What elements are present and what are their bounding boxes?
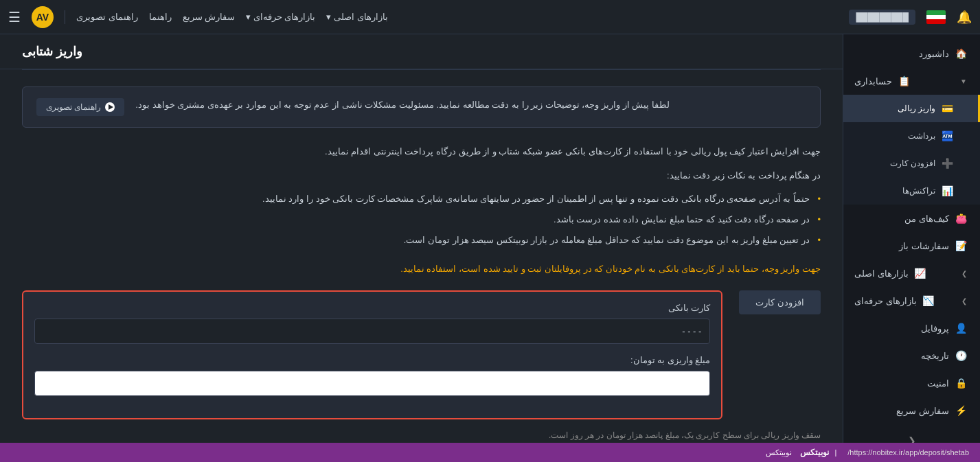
navbar-right-section: 🔔 █████████: [849, 10, 972, 25]
sidebar-submenu-accounting: 💳 واریز ریالی 🏧 برداشت ➕ افزودن کارت 📊: [843, 95, 980, 205]
sidebar-item-add-card-inner: ➕ افزودن کارت: [890, 158, 953, 169]
user-avatar[interactable]: AV: [32, 6, 54, 28]
navbar-left-section: بازارهای اصلی ▾ بازارهای حرفه‌ای ▾ سفارش…: [8, 6, 388, 28]
accounting-icon: 📋: [898, 76, 910, 86]
sidebar-label-pro-markets: بازارهای حرفه‌ای: [854, 296, 917, 306]
promo-logo: نوبیتکس: [800, 448, 829, 457]
amount-label: مبلغ واریزی به تومان:: [34, 355, 710, 365]
chevron-down-icon: ▼: [960, 78, 967, 85]
sidebar-item-history-inner: 🕐 تاریخچه: [921, 350, 967, 361]
alert-box: لطفا پیش از واریز وجه، توضیحات زیر را به…: [22, 86, 821, 128]
nav-video-guide[interactable]: راهنمای تصویری: [76, 12, 138, 22]
sidebar-item-security[interactable]: 🔒 امنیت: [843, 369, 980, 397]
sidebar-item-rial-deposit[interactable]: 💳 واریز ریالی: [843, 95, 980, 122]
video-guide-label: راهنمای تصویری: [46, 102, 101, 112]
sidebar-item-withdrawal[interactable]: 🏧 برداشت: [843, 122, 980, 150]
sidebar-item-open-orders-inner: 📝 سفارشات باز: [899, 240, 967, 251]
sidebar-label-add-card: افزودن کارت: [890, 159, 935, 168]
sidebar-item-rial-deposit-inner: 💳 واریز ریالی: [898, 103, 953, 114]
collapse-icon: ❮: [908, 435, 916, 443]
bank-card-select-wrapper: - - - -: [34, 319, 710, 344]
sidebar-label-wallets: کیف‌های من: [904, 213, 949, 224]
sidebar-label-quick-order: سفارش سریع: [896, 406, 949, 416]
wallets-icon: 👛: [955, 213, 967, 224]
info-sub-title: در هنگام پرداخت به نکات زیر دقت نمایید:: [22, 170, 821, 181]
notification-bell-icon[interactable]: 🔔: [957, 10, 972, 25]
content-body: لطفا پیش از واریز وجه، توضیحات زیر را به…: [0, 70, 843, 443]
add-card-icon: ➕: [941, 158, 953, 169]
sidebar-item-profile[interactable]: 👤 پروفایل: [843, 314, 980, 342]
form-section: افزودن کارت کارت بانکی - - - - مبلغ واری…: [22, 290, 821, 419]
sidebar-item-history[interactable]: 🕐 تاریخچه: [843, 342, 980, 369]
language-flag[interactable]: [926, 10, 946, 24]
nav-main-markets[interactable]: بازارهای اصلی ▾: [326, 12, 387, 22]
sidebar-item-accounting[interactable]: ▼ 📋 حسابداری: [843, 67, 980, 95]
promo-text: |: [834, 448, 836, 457]
nav-quick-order[interactable]: سفارش سریع: [183, 12, 236, 22]
sidebar-item-accounting-inner: 📋 حسابداری: [854, 76, 910, 86]
promo-bar: https://nobitex.ir/app/deposit/shetab/ |…: [0, 443, 980, 462]
sidebar-label-security: امنیت: [927, 378, 949, 389]
sidebar-item-wallets-inner: 👛 کیف‌های من: [904, 213, 967, 224]
quick-order-icon: ⚡: [955, 405, 967, 416]
amount-group: مبلغ واریزی به تومان:: [34, 355, 710, 396]
sidebar-label-main-markets: بازارهای اصلی: [854, 268, 909, 279]
sidebar-item-transactions[interactable]: 📊 تراکنش‌ها: [843, 177, 980, 205]
sidebar-label-transactions: تراکنش‌ها: [902, 186, 935, 196]
alert-text: لطفا پیش از واریز وجه، توضیحات زیر را به…: [135, 98, 670, 113]
chevron-right-icon: ❯: [961, 270, 967, 277]
nav-separator: [65, 10, 65, 24]
page-header: واریز شتابی: [0, 34, 843, 69]
bank-card-select[interactable]: - - - -: [34, 319, 710, 344]
hamburger-menu-icon[interactable]: ☰: [8, 9, 21, 25]
sidebar-item-pro-markets-inner: 📉 بازارهای حرفه‌ای: [854, 295, 935, 306]
sidebar-item-dashboard-inner: 🏠 داشبورد: [919, 48, 967, 59]
dashboard-icon: 🏠: [955, 48, 967, 59]
page-title: واریز شتابی: [22, 44, 82, 59]
warning-text: جهت واریز وجه، حتما باید از کارت‌های بان…: [22, 262, 821, 277]
nav-pro-markets[interactable]: بازارهای حرفه‌ای ▾: [246, 12, 315, 22]
rial-deposit-icon: 💳: [941, 103, 953, 114]
bullet-list: حتماً به آدرس صفحه‌ی درگاه بانکی دقت نمو…: [22, 189, 821, 251]
sidebar-item-quick-order[interactable]: ⚡ سفارش سریع: [843, 397, 980, 424]
chevron-right-icon-2: ❯: [961, 297, 967, 305]
pro-markets-icon: 📉: [922, 295, 935, 306]
sidebar-item-main-markets[interactable]: ❯ 📈 بازارهای اصلی: [843, 259, 980, 287]
limit-text: سقف واریز ریالی برای سطح کاربری یک، مبلغ…: [22, 430, 821, 440]
add-card-button[interactable]: افزودن کارت: [739, 290, 821, 314]
withdrawal-icon: 🏧: [941, 130, 953, 141]
video-guide-button[interactable]: راهنمای تصویری: [36, 98, 124, 116]
nav-guide[interactable]: راهنما: [149, 12, 172, 22]
profile-icon: 👤: [955, 323, 967, 334]
play-triangle-icon: [109, 104, 113, 110]
sidebar-label-rial-deposit: واریز ریالی: [898, 104, 935, 113]
sidebar-item-dashboard[interactable]: 🏠 داشبورد: [843, 40, 980, 67]
bullet-item-3: در تعیین مبلغ واریز به این موضوع دقت نما…: [22, 230, 821, 251]
status-url: https://nobitex.ir/app/deposit/shetab/: [847, 448, 969, 457]
sidebar-item-open-orders[interactable]: 📝 سفارشات باز: [843, 232, 980, 259]
amount-input[interactable]: [34, 371, 710, 396]
sidebar: 🏠 داشبورد ▼ 📋 حسابداری 💳 واریز ریالی 🏧: [843, 34, 980, 443]
sidebar-item-pro-markets[interactable]: ❯ 📉 بازارهای حرفه‌ای: [843, 287, 980, 314]
sidebar-item-quick-order-inner: ⚡ سفارش سریع: [896, 405, 967, 416]
play-icon: [105, 102, 115, 112]
sidebar-item-add-card[interactable]: ➕ افزودن کارت: [843, 150, 980, 177]
sidebar-collapse-btn[interactable]: ❮: [843, 424, 980, 443]
info-main-text: جهت افزایش اعتبار کیف پول ریالی خود با ا…: [22, 144, 821, 159]
sidebar-item-main-markets-inner: 📈 بازارهای اصلی: [854, 268, 926, 279]
sidebar-item-transactions-inner: 📊 تراکنش‌ها: [902, 185, 953, 196]
bullet-item-2: در صفحه درگاه دقت کنید که حتما مبلغ نمای…: [22, 209, 821, 230]
sidebar-item-wallets[interactable]: 👛 کیف‌های من: [843, 205, 980, 232]
content-area: واریز شتابی لطفا پیش از واریز وجه، توضیح…: [0, 34, 843, 443]
bullet-item-1: حتماً به آدرس صفحه‌ی درگاه بانکی دقت نمو…: [22, 189, 821, 209]
main-layout: 🏠 داشبورد ▼ 📋 حسابداری 💳 واریز ریالی 🏧: [0, 34, 980, 443]
history-icon: 🕐: [955, 350, 967, 361]
sidebar-item-security-inner: 🔒 امنیت: [927, 378, 967, 389]
transactions-icon: 📊: [941, 185, 953, 196]
sidebar-label-accounting: حسابداری: [854, 76, 892, 86]
sidebar-label-history: تاریخچه: [921, 351, 949, 361]
sidebar-label-profile: پروفایل: [921, 323, 949, 334]
username-display[interactable]: █████████: [849, 10, 915, 25]
promo-message: نوبیتکس: [766, 448, 792, 457]
open-orders-icon: 📝: [955, 240, 967, 251]
